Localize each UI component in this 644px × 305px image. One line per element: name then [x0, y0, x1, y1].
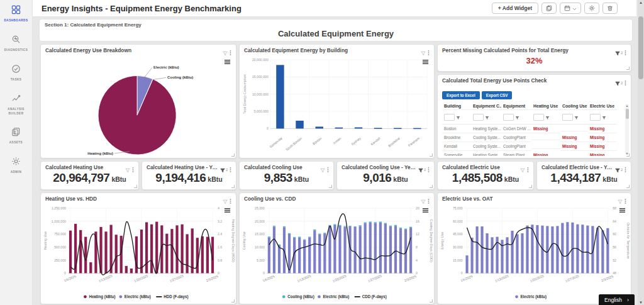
export-csv-button[interactable]: Export CSV	[482, 91, 513, 99]
funnel-icon[interactable]	[515, 111, 519, 123]
svg-text:750,000: 750,000	[54, 232, 66, 236]
duplicate-button[interactable]	[541, 3, 557, 14]
svg-text:4: 4	[218, 206, 219, 210]
funnel-icon[interactable]	[456, 111, 460, 123]
column-filter[interactable]	[531, 110, 560, 125]
calendar-button[interactable]	[560, 3, 581, 14]
svg-text:1/13/2025: 1/13/2025	[494, 274, 509, 282]
table-cell: Kendall	[442, 142, 471, 151]
scroll-up-arrow[interactable]: ▲	[638, 1, 644, 4]
table-cell: Missing	[531, 151, 560, 156]
svg-text:1/27/2025: 1/27/2025	[367, 274, 382, 282]
svg-text:25,000: 25,000	[255, 206, 265, 210]
delete-button[interactable]	[602, 3, 618, 14]
funnel-icon[interactable]	[485, 111, 489, 123]
widget-percent-missing: Percent Missing Calculated Points for To…	[437, 44, 631, 72]
filter-input[interactable]	[503, 114, 514, 121]
table-row[interactable]: SomervilleHeating Syste...Steam PlantMis…	[442, 151, 622, 156]
svg-text:5,000,000: 5,000,000	[254, 109, 269, 113]
column-filter[interactable]	[588, 110, 617, 125]
chart-menu-icon[interactable]	[224, 204, 231, 216]
svg-text:1/13/2025: 1/13/2025	[297, 274, 312, 282]
kpi-unit: kBtu	[393, 175, 408, 183]
table-row[interactable]: KendallCooling Syste...CoolingPlantMissi…	[442, 142, 622, 151]
widget-electric-vs-oat: Electric Use vs. OAT 015,00030,00045,000…	[437, 192, 631, 304]
energy-breakdown-pie-chart: Electric (kBtu)Cooling (kBtu)Heating (kB…	[42, 53, 235, 158]
electric-vs-oat-title: Electric Use vs. OAT	[442, 196, 615, 202]
svg-text:52: 52	[613, 258, 616, 262]
filter-input[interactable]	[533, 114, 544, 121]
kpi-unit: kBtu	[111, 175, 126, 183]
svg-text:Cooling (kBtu): Cooling (kBtu)	[167, 75, 193, 79]
kpi-value: 20,964,797kBtu	[41, 171, 138, 185]
svg-text:2/3/2025: 2/3/2025	[601, 274, 614, 282]
funnel-icon[interactable]	[602, 111, 606, 123]
page-scrollbar-thumb[interactable]	[638, 16, 643, 79]
svg-text:Electric (kBtu): Electric (kBtu)	[125, 294, 151, 299]
filter-input[interactable]	[562, 114, 573, 121]
kebab-menu-icon[interactable]	[625, 77, 626, 89]
sidebar-item-assets[interactable]: ASSETS	[1, 127, 32, 145]
add-widget-button[interactable]: + Add Widget	[492, 3, 538, 14]
table-filter-row	[442, 110, 622, 125]
chart-menu-icon[interactable]	[422, 204, 429, 216]
table-cell	[560, 127, 588, 131]
export-excel-button[interactable]: Export to Excel	[442, 91, 480, 99]
grid-icon	[11, 5, 21, 17]
table-scroll-down-arrow[interactable]: ▼	[625, 152, 629, 155]
svg-text:Cooling (kBtu): Cooling (kBtu)	[287, 294, 314, 299]
column-filter[interactable]	[501, 110, 531, 125]
table-cell: Heating Syste...	[471, 125, 501, 133]
page-scrollbar[interactable]: ▲ ▼	[638, 0, 644, 305]
sidebar-item-admin[interactable]: ADMIN	[1, 157, 32, 175]
svg-text:68: 68	[613, 206, 616, 210]
chart-menu-icon[interactable]	[619, 204, 626, 216]
funnel-icon[interactable]	[545, 111, 550, 123]
language-selector[interactable]: English ›	[599, 294, 635, 305]
chart-menu-icon[interactable]	[224, 56, 231, 67]
points-check-title: Calculated Total Energy Use Points Check	[442, 77, 613, 84]
kpi-unit: kBtu	[504, 175, 519, 183]
svg-text:12: 12	[416, 232, 419, 236]
column-filter[interactable]	[560, 110, 588, 125]
table-scrollbar-thumb[interactable]	[626, 109, 629, 119]
table-cell: Somerville	[442, 151, 471, 156]
sidebar-item-analysis-builder[interactable]: ANALYSIS BUILDER	[1, 94, 32, 116]
chart-menu-icon[interactable]	[422, 56, 429, 67]
column-header: Electric Use	[588, 103, 617, 110]
kpi-5-title: Calculated Electric Use - Year to ...	[541, 164, 613, 170]
settings-button[interactable]	[584, 3, 599, 14]
table-cell	[531, 145, 560, 149]
svg-text:20: 20	[416, 206, 419, 210]
filter-input[interactable]	[473, 114, 484, 121]
svg-text:0: 0	[218, 271, 219, 275]
svg-text:60: 60	[613, 232, 616, 236]
table-scrollbar[interactable]: ▲ ▼	[625, 104, 629, 155]
table-cell	[560, 153, 588, 157]
sidebar-item-diagnostics[interactable]: DIAGNOSTICS	[1, 35, 32, 53]
cooling-vs-cdd-title: Cooling Use vs. CDD	[244, 196, 418, 202]
sidebar-item-tasks[interactable]: TASKS	[1, 64, 32, 82]
svg-text:2/3/2025: 2/3/2025	[404, 274, 417, 282]
svg-text:Electric (kBtu): Electric (kBtu)	[323, 294, 349, 299]
funnel-icon[interactable]	[574, 111, 579, 123]
table-row[interactable]: BrooklineCooling Syste...CoolingPlantMis…	[442, 133, 622, 142]
column-filter[interactable]	[442, 110, 471, 125]
filter-icon[interactable]	[615, 77, 620, 89]
filter-input[interactable]	[444, 114, 455, 121]
kpi-number: 1,434,187	[550, 171, 601, 184]
kpi-1-title: Calculated Heating Use - Year to ...	[147, 164, 218, 170]
filter-input[interactable]	[590, 114, 601, 121]
sidebar-item-dashboards[interactable]: DASHBOARDS	[1, 5, 32, 23]
kpi-value: 9,016kBtu	[337, 171, 434, 185]
table-row[interactable]: BostonHeating Syste...CoGen DHW ...Missi…	[442, 125, 622, 133]
svg-text:1,000,000: 1,000,000	[52, 219, 66, 223]
svg-text:1/6/2025: 1/6/2025	[64, 274, 77, 282]
scroll-down-arrow[interactable]: ▼	[638, 301, 644, 304]
svg-text:Fareham: Fareham	[408, 136, 420, 148]
svg-text:20,000,000: 20,000,000	[252, 58, 269, 62]
svg-text:Somerville: Somerville	[269, 136, 283, 149]
column-filter[interactable]	[471, 110, 501, 125]
kpi-card: Calculated Electric Use - Year to ...21,…	[536, 161, 631, 190]
table-scroll-up-arrow[interactable]: ▲	[625, 104, 629, 108]
